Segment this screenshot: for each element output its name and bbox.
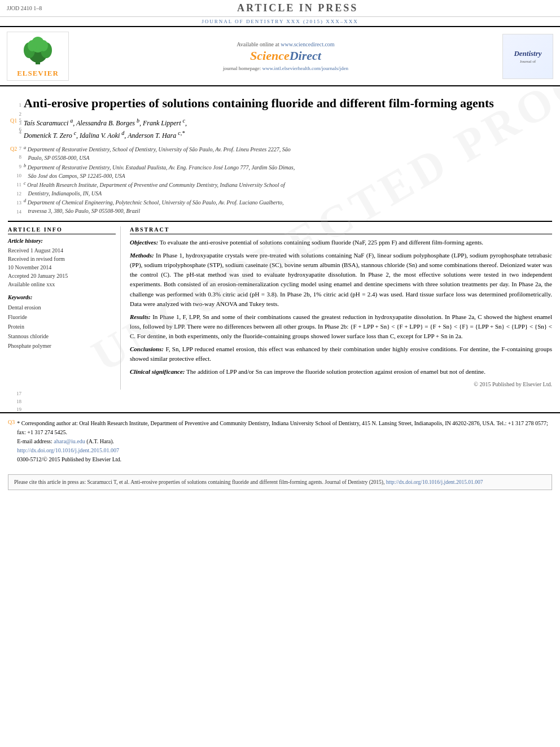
line-num-8: 8 [8, 154, 21, 160]
objectives-text: To evaluate the anti-erosive potential o… [160, 239, 483, 246]
conclusions-label: Conclusions: [130, 346, 164, 352]
journal-homepage: journal homepage: www.intl.elsevierhealt… [75, 65, 497, 71]
clinical-para: Clinical significance: The addition of L… [130, 367, 552, 377]
elsevier-tree-icon [15, 34, 60, 65]
svg-point-6 [39, 40, 48, 51]
keyword-4: Stannous chloride [8, 331, 116, 341]
elsevier-brand-text: ELSEVIER [10, 69, 66, 78]
clinical-label: Clinical significance: [130, 368, 185, 375]
clinical-text: The addition of LPP and/or Sn can improv… [186, 368, 485, 375]
line-num-11: 11 [8, 182, 21, 187]
line-space-17-19: 17 18 19 [8, 390, 552, 412]
article-title: Anti-erosive properties of solutions con… [24, 95, 552, 112]
methods-label: Methods: [130, 252, 154, 259]
line-num-7: 7 [8, 146, 21, 151]
objectives-label: Objectives: [130, 239, 158, 246]
received-date: Received 1 August 2014 [8, 246, 116, 255]
objectives-para: Objectives: To evaluate the anti-erosive… [130, 238, 552, 247]
conclusions-text: F, Sn, LPP reduced enamel erosion, this … [130, 346, 552, 362]
journal-info-center: Available online at www.sciencedirect.co… [75, 41, 497, 71]
svg-point-5 [28, 40, 37, 51]
accepted-date: Accepted 20 January 2015 [8, 272, 116, 280]
available-online-text: Available online at www.sciencedirect.co… [75, 41, 497, 47]
line-num-5: 5 [8, 117, 21, 123]
keywords-section: Keywords: Dental erosion Fluoride Protei… [8, 294, 116, 351]
sciencedirect-brand: ScienceDirect [75, 49, 497, 63]
q3-marker: Q3 [8, 419, 15, 425]
methods-para: Methods: In Phase 1, hydroxyapatite crys… [130, 251, 552, 308]
email-line: E-mail address: ahara@iu.edu (A.T. Hara)… [17, 437, 552, 446]
footer-text-block: * Corresponding author at: Oral Health R… [17, 419, 552, 464]
history-label: Article history: [8, 238, 116, 244]
line-num-17: 17 [8, 391, 21, 396]
line-num-12: 12 [8, 191, 21, 196]
affiliations-section: Q2 7 8 9 10 11 12 13 14 a Department of … [8, 145, 552, 215]
abstract-heading: ABSTRACT [130, 226, 552, 234]
line-num-18: 18 [8, 399, 21, 404]
keyword-2: Fluoride [8, 312, 116, 322]
keyword-3: Protein [8, 322, 116, 331]
line-num-1: 1 [8, 102, 21, 108]
received-revised-label: Received in revised form [8, 255, 116, 263]
line-num-19: 19 [8, 407, 21, 412]
dentistry-logo: Dentistry Journal of [502, 34, 553, 79]
abstract-col: ABSTRACT Objectives: To evaluate the ant… [130, 226, 552, 390]
footer-content: Q3 * Corresponding author at: Oral Healt… [8, 419, 552, 464]
elsevier-logo: ELSEVIER [7, 32, 69, 81]
corresponding-line: * Corresponding author at: Oral Health R… [17, 419, 552, 437]
article-info-heading: ARTICLE INFO [8, 226, 116, 234]
line-num-10: 10 [8, 173, 21, 178]
license-line: 0300-5712/© 2015 Published by Elsevier L… [17, 455, 552, 464]
article-in-press-header: ARTICLE IN PRESS [237, 2, 358, 14]
results-para: Results: In Phase 1, F, LPP, Sn and some… [130, 312, 552, 341]
top-bar: JJOD 2410 1–8 ARTICLE IN PRESS [0, 0, 560, 17]
doi-line: http://dx.doi.org/10.1016/j.jdent.2015.0… [17, 446, 552, 455]
citation-box: Please cite this article in press as: Sc… [8, 474, 552, 490]
copyright-line: © 2015 Published by Elsevier Ltd. [130, 381, 552, 387]
affiliation-c: c Oral Health Research Institute, Depart… [24, 180, 552, 198]
available-online-val: Available online xxx [8, 280, 116, 289]
footer-section: Q3 * Corresponding author at: Oral Healt… [0, 412, 560, 470]
line-num-13: 13 [8, 200, 21, 206]
line-num-6: 6 [8, 126, 21, 132]
affiliation-a: a Department of Restorative Dentistry, S… [24, 145, 552, 162]
two-col-section: ARTICLE INFO Article history: Received 1… [8, 221, 552, 390]
journal-ref-line: JOURNAL OF DENTISTRY XXX (2015) XXX–XXX [0, 17, 560, 27]
received-revised-date: 10 November 2014 [8, 263, 116, 272]
methods-text: In Phase 1, hydroxyapatite crystals were… [130, 252, 552, 307]
citation-text: Please cite this article in press as: Sc… [14, 478, 546, 486]
results-label: Results: [130, 313, 151, 320]
journal-id: JJOD 2410 1–8 [7, 5, 42, 11]
line-num-9: 9 [8, 164, 21, 169]
affiliation-d: d Department of Chemical Engineering, Po… [24, 198, 552, 215]
journal-header: ELSEVIER Available online at www.science… [0, 27, 560, 86]
keyword-1: Dental erosion [8, 303, 116, 312]
authors-section: Q1 5 6 Taís Scaramucci a, Alessandra B. … [8, 116, 552, 141]
keywords-label: Keywords: [8, 294, 116, 300]
authors-text: Taís Scaramucci a, Alessandra B. Borges … [24, 116, 552, 141]
results-text: In Phase 1, F, LPP, Sn and some of their… [130, 313, 552, 339]
line-num-14: 14 [8, 209, 21, 215]
affiliation-b: b Department of Restorative Dentistry, U… [24, 162, 552, 180]
conclusions-para: Conclusions: F, Sn, LPP reduced enamel e… [130, 344, 552, 364]
article-title-section: 1 2 3 4 Anti-erosive properties of solut… [8, 95, 552, 112]
keyword-5: Phosphate polymer [8, 341, 116, 351]
article-info-col: ARTICLE INFO Article history: Received 1… [8, 226, 121, 390]
